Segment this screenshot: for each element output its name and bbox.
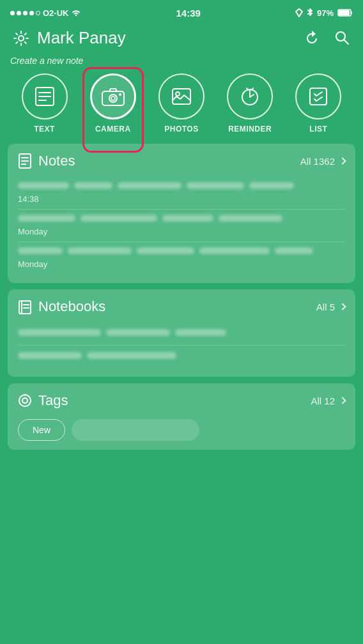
battery-icon [337,9,353,17]
note-type-camera[interactable]: CAMERA [90,73,136,134]
carrier-label: O2-UK [43,8,68,18]
note-type-text[interactable]: TEXT [22,73,68,134]
reminder-icon [239,86,261,107]
notebooks-chevron [339,303,346,310]
new-tag-label: New [33,425,50,435]
tag-label [86,424,125,434]
svg-rect-21 [310,88,327,105]
notebooks-all[interactable]: All 5 [316,302,345,312]
signal-dots [10,11,40,15]
note-timestamp: Monday [18,227,345,236]
tag-pill[interactable] [72,419,199,441]
list-icon [307,86,329,107]
tags-title: Tags [38,392,68,409]
svg-rect-26 [19,301,31,314]
notebooks-card: Notebooks All 5 [8,289,355,377]
app-header: Mark Panay [0,23,363,56]
svg-rect-1 [351,12,352,14]
notes-title: Notes [38,153,75,169]
header-left: Mark Panay [13,28,126,48]
notebook-row[interactable] [18,323,345,346]
photos-label: PHOTOS [164,125,198,134]
notes-header: Notes All 1362 [18,153,345,169]
settings-icon[interactable] [13,30,29,47]
note-row[interactable]: 14:38 [18,177,345,210]
svg-point-30 [19,395,31,406]
tags-all[interactable]: All 12 [311,395,345,406]
note-timestamp: Monday [18,259,345,269]
notebooks-header: Notebooks All 5 [18,298,345,315]
svg-point-12 [111,96,115,100]
text-icon [33,86,56,107]
search-icon[interactable] [334,29,350,46]
note-type-list[interactable]: LIST [295,73,341,134]
photos-icon [170,86,193,107]
tags-chevron [339,397,346,404]
svg-point-31 [22,398,27,403]
text-circle [22,73,68,119]
note-row[interactable]: Monday [18,210,345,242]
tags-header: Tags All 12 [18,392,345,409]
note-type-photos[interactable]: PHOTOS [158,73,205,134]
header-icons [303,29,350,47]
tags-title-area: Tags [18,392,68,409]
notebooks-icon [18,298,32,315]
content-area: Notes All 1362 14:38 [0,140,363,454]
camera-icon [101,86,125,107]
refresh-icon[interactable] [303,29,321,47]
svg-line-5 [344,40,348,44]
bluetooth-icon [307,8,313,17]
text-label: TEXT [34,125,55,134]
notebooks-title-area: Notebooks [18,298,105,315]
location-icon [295,8,303,17]
svg-point-3 [19,36,24,41]
svg-point-11 [109,95,117,102]
status-bar: O2-UK 14:39 97% [0,0,363,23]
battery-label: 97% [317,8,334,18]
reminder-circle [227,73,273,119]
tags-icon [18,392,32,409]
status-right: 97% [295,8,353,18]
notebook-row[interactable] [18,346,345,368]
note-types: TEXT CAMERA [10,73,353,134]
note-row[interactable]: Monday [18,242,345,274]
camera-circle [90,73,136,119]
svg-point-15 [176,92,180,96]
photos-circle [158,73,205,119]
notes-all[interactable]: All 1362 [300,156,345,167]
note-timestamp: 14:38 [18,194,345,204]
list-circle [295,73,341,119]
user-name: Mark Panay [37,28,126,48]
tags-card: Tags All 12 New [8,383,355,450]
notes-icon [18,153,32,169]
status-time: 14:39 [176,8,201,19]
list-label: LIST [309,125,327,134]
new-tag-pill[interactable]: New [18,419,65,441]
reminder-label: REMINDER [228,125,272,134]
create-label: Create a new note [10,56,353,66]
svg-rect-2 [339,10,350,15]
svg-point-13 [119,93,121,96]
notebooks-title: Notebooks [38,298,105,315]
note-type-reminder[interactable]: REMINDER [227,73,273,134]
svg-rect-14 [173,89,190,104]
status-left: O2-UK [10,8,81,18]
notes-chevron [339,157,346,164]
camera-label: CAMERA [95,125,131,134]
notes-card: Notes All 1362 14:38 [8,144,355,283]
tags-row: New [18,417,345,441]
wifi-icon [71,9,81,17]
notes-title-area: Notes [18,153,75,169]
create-section: Create a new note TEXT [0,56,363,140]
